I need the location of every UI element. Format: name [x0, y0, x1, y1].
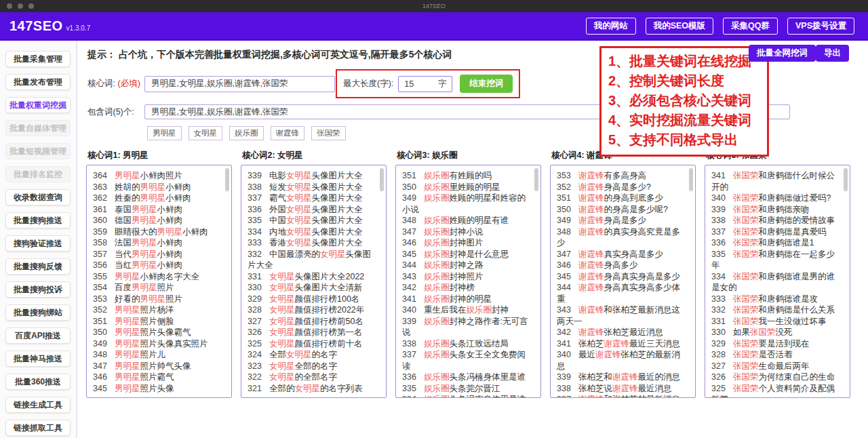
keyword-rank: 333	[248, 237, 264, 249]
keyword-highlight: 张国荣	[750, 327, 776, 337]
include-words-label: 包含词(5)个:	[85, 106, 144, 118]
keyword-text: 我一生没做过坏事	[759, 317, 827, 326]
keyword-rank: 348	[402, 215, 419, 226]
keyword-row: 332中国最漂亮的女明星头像图片大全	[248, 249, 379, 271]
sidebar-item-2[interactable]: 批量权重词挖掘	[5, 97, 71, 113]
keyword-rank: 349	[93, 338, 110, 350]
keyword-row: 342娱乐圈封神榜	[402, 282, 534, 294]
keyword-text: 身高多少	[604, 260, 638, 270]
scrollbar-thumb[interactable]	[844, 168, 848, 191]
include-tag-2[interactable]: 娱乐圈	[229, 126, 264, 140]
keyword-rank: 360	[93, 215, 110, 226]
include-tag-0[interactable]: 男明星	[147, 126, 182, 140]
keyword-row: 343谢霆锋和张柏芝最新消息这两天一	[557, 304, 688, 327]
keyword-row: 348谢霆锋的真实身高究竟是多少	[557, 226, 688, 249]
keyword-text: 头条冯南身体里是谁	[450, 395, 526, 398]
keyword-text: 头像图片大全	[312, 171, 363, 180]
keyword-rank: 331	[248, 271, 264, 283]
keyword-highlight: 张国荣	[733, 372, 759, 382]
keyword-row: 328女明星颜值排行榜2022年	[248, 304, 379, 316]
keyword-rank: 337	[248, 193, 264, 204]
keyword-row: 364男明星小鲜肉照片	[93, 170, 224, 182]
keyword-text: 百度	[115, 283, 132, 292]
scrollbar-thumb[interactable]	[689, 168, 693, 191]
keyword-highlight: 张国荣	[733, 272, 759, 281]
keyword-row: 359眼睛很大的男明星小鲜肉	[93, 226, 224, 238]
keyword-text: 当红	[115, 260, 132, 270]
keyword-text: 姓胡的	[115, 182, 140, 192]
keyword-text: 有姓顾的吗	[450, 171, 492, 180]
keyword-row: 344谢霆锋身高真实身高多少体重	[557, 282, 688, 304]
sidebar-item-9[interactable]: 批量搜狗反馈	[5, 258, 71, 275]
include-tag-1[interactable]: 女明星	[189, 126, 223, 140]
sidebar-item-16[interactable]: 链接抓取工具	[5, 420, 71, 436]
sidebar-item-8[interactable]: 搜狗验证推送	[5, 235, 71, 252]
keyword-row: 343娱乐圈封神照片	[402, 271, 534, 283]
scrollbar-thumb[interactable]	[380, 168, 384, 191]
keyword-row: 341张国荣和唐鹤德什么时候公开的	[711, 170, 843, 193]
nav-link-1[interactable]: 我的SEO模版	[646, 18, 713, 35]
sidebar-item-11[interactable]: 批量搜狗绑站	[5, 304, 71, 321]
keyword-highlight: 女明星	[269, 272, 295, 281]
keyword-highlight: 谢霆锋	[578, 395, 604, 398]
keyword-highlight: 谢霆锋	[578, 193, 604, 203]
keyword-row: 331张国荣我一生没做过坏事	[711, 316, 843, 327]
keyword-row: 358法国男明星小鲜肉	[93, 237, 224, 249]
keyword-text: 重生后我在	[424, 305, 467, 315]
keyword-list-2[interactable]: 351娱乐圈有姓顾的吗350娱乐圈里姓顾的明星349娱乐圈姓顾的明星和姓容的小说…	[395, 165, 541, 398]
nav-link-0[interactable]: 我的网站	[586, 18, 636, 35]
keyword-row: 345娱乐圈封神是什么意思	[402, 249, 534, 260]
include-tag-3[interactable]: 谢霆锋	[271, 126, 305, 140]
scrollbar-thumb[interactable]	[534, 168, 538, 191]
keyword-list-0[interactable]: 364男明星小鲜肉照片363姓胡的男明星小鲜肉362姓秦的男明星小鲜肉361泰国…	[86, 165, 232, 398]
keyword-row: 351谢霆锋的身高到底多少	[557, 193, 688, 204]
keyword-text: 小鲜肉	[157, 238, 183, 247]
sidebar-item-15[interactable]: 链接生成工具	[5, 397, 71, 413]
keyword-rank: 347	[402, 226, 419, 238]
keyword-text: 照片霸气	[140, 372, 174, 382]
batch-mine-button[interactable]: 批量全网挖词	[749, 45, 816, 62]
keyword-rank: 338	[711, 215, 728, 226]
sidebar-item-0[interactable]: 批量采集管理	[5, 51, 71, 67]
keyword-text: 封神图片	[450, 238, 484, 247]
keyword-text: 真实身高是多少	[604, 250, 664, 259]
keyword-highlight: 女明星	[269, 305, 295, 315]
keyword-rank: 324	[248, 349, 264, 361]
sidebar-item-1[interactable]: 批量发布管理	[5, 74, 71, 90]
keyword-list-4[interactable]: 341张国荣和唐鹤德什么时候公开的340张国荣和唐鹤德做过爱吗?339张国荣和唐…	[705, 165, 850, 398]
sidebar-item-7[interactable]: 批量搜狗推送	[5, 212, 71, 228]
scrollbar-thumb[interactable]	[225, 168, 229, 191]
nav-link-3[interactable]: VPS拨号设置	[787, 18, 854, 35]
max-length-highlight-box: 最大长度(字): 字 结束挖词	[336, 69, 520, 98]
sidebar-item-6[interactable]: 收录数据查询	[5, 189, 71, 205]
core-keywords-input[interactable]	[144, 76, 335, 92]
window-titlebar: 147SEO	[0, 0, 868, 12]
keyword-row: 349娱乐圈姓顾的明星和姓容的小说	[402, 193, 534, 215]
keyword-row: 342谢霆锋张柏芝最近消息	[557, 327, 688, 338]
nav-link-2[interactable]: 采集QQ群	[723, 18, 778, 35]
keyword-text: 小鲜肉照片	[140, 171, 183, 180]
keyword-list-3[interactable]: 353谢霆锋有多高身高352谢霆锋身高是多少?351谢霆锋的身高到底多少350谢…	[550, 165, 696, 398]
keyword-text: 和张柏芝的最新消息	[604, 395, 681, 398]
keyword-row: 322女明星的全部名字	[248, 372, 379, 383]
keyword-text: 颜值排行榜100名	[295, 294, 360, 304]
keyword-text: 和唐鹤德谁是1	[759, 238, 814, 247]
header-nav: 我的网站我的SEO模版采集QQ群VPS拨号设置	[586, 18, 854, 35]
end-mining-button[interactable]: 结束挖词	[460, 75, 513, 93]
keyword-row: 334张国荣和唐鹤德谁是男的谁是女的	[711, 271, 843, 294]
keyword-highlight: 女明星	[295, 384, 321, 393]
sidebar-item-14[interactable]: 批量360推送	[5, 374, 71, 390]
sidebar-item-12[interactable]: 百度API推送	[5, 327, 71, 344]
sidebar-item-10[interactable]: 批量搜狗投诉	[5, 281, 71, 298]
max-length-input[interactable]	[404, 79, 431, 89]
include-tag-4[interactable]: 张国荣	[311, 126, 346, 140]
core-keyword-label: 核心词: (必填)	[85, 78, 144, 89]
keyword-list-1[interactable]: 339电影女明星头像图片大全338短发女明星头像图片大全337霸气女明星头像图片…	[241, 165, 387, 398]
keyword-rank: 327	[711, 361, 728, 372]
export-button[interactable]: 导出	[816, 45, 849, 62]
annotation-line-0: 1、批量关键词在线挖掘	[608, 52, 760, 71]
keyword-row: 347男明星照片帅气头像	[93, 361, 224, 372]
sidebar-item-13[interactable]: 批量神马推送	[5, 351, 71, 367]
keyword-highlight: 谢霆锋	[595, 350, 621, 359]
keyword-text: 小鲜肉	[165, 182, 191, 192]
